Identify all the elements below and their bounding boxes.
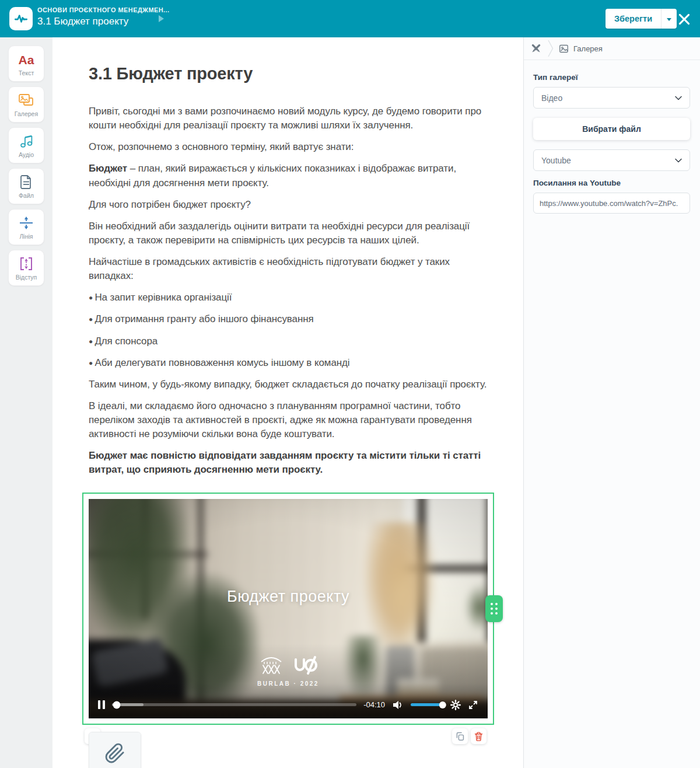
settings-gear-icon[interactable] [450,700,461,710]
burlab-emblem-icon [258,654,285,676]
element-toolbar: Aa Текст Галерея Аудіо [0,37,52,768]
lesson-title: 3.1 Бюджет проекту [37,16,169,27]
video-player: Бюджет проекту [89,499,488,718]
tool-file[interactable]: Файл [8,168,44,204]
save-button-group: Зберегти [606,9,677,29]
video-brand: BURLAB · 2022 [89,654,488,687]
paragraph[interactable]: Бюджет – план, який виражається у кількі… [89,162,488,190]
ua-mark-icon [293,655,318,675]
close-button[interactable] [677,12,692,27]
page-title[interactable]: 3.1 Бюджет проекту [89,64,488,83]
video-source-select[interactable]: Youtube [533,149,690,171]
video-overlay-title: Бюджет проекту [89,588,488,606]
volume-icon[interactable] [392,699,404,711]
chevron-down-icon [675,96,682,100]
block-actions-row: 3.1_Byudzh... 75.61 KB [82,725,494,768]
attachment-card[interactable]: 3.1_Byudzh... 75.61 KB [89,732,141,768]
chevron-down-icon [675,158,682,163]
settings-panel: Галерея Тип галереї Відео Вибрати файл Y… [523,37,700,768]
paragraph[interactable]: Він необхідний аби заздалегідь оцінити в… [89,219,488,247]
fullscreen-icon[interactable] [468,700,478,710]
tools-icon[interactable] [530,42,542,55]
music-note-icon [19,134,34,149]
chevron-down-icon [667,18,671,21]
volume-slider[interactable] [411,703,443,706]
drag-handle[interactable] [485,595,503,622]
video-block-selected[interactable]: Бюджет проекту [82,493,494,725]
progress-knob[interactable] [113,701,120,708]
volume-knob[interactable] [439,701,446,708]
text-icon: Aa [19,54,34,66]
breadcrumb-separator [547,37,554,60]
copy-icon [455,731,465,741]
progress-bar[interactable] [112,703,356,706]
trash-icon [474,731,484,741]
gallery-type-label: Тип галереї [533,73,690,82]
panel-tab-gallery[interactable]: Галерея [573,44,603,53]
drag-dots-icon [491,603,498,615]
youtube-link-label: Посилання на Youtube [533,179,690,187]
course-title: ОСНОВИ ПРОЄКТНОГО МЕНЕДЖМЕН... [37,6,169,13]
paragraph[interactable]: Привіт, сьогодні ми з вами розпочинаємо … [89,104,488,132]
video-brand-line: BURLAB · 2022 [89,680,488,687]
pause-button[interactable] [98,700,105,709]
app-header: ОСНОВИ ПРОЄКТНОГО МЕНЕДЖМЕН... 3.1 Бюдже… [0,0,700,37]
tool-text[interactable]: Aa Текст [8,46,44,82]
pulse-icon [13,11,29,26]
tool-gallery[interactable]: Галерея [8,86,44,123]
paragraph[interactable]: Таким чином, у будь-якому випадку, бюдже… [89,378,488,392]
paragraph[interactable]: Для чого потрібен бюджет проєкту? [89,198,488,212]
paragraph[interactable]: Бюджет має повністю відповідати завдання… [89,449,488,477]
panel-header: Галерея [524,37,700,60]
paragraph[interactable]: Аби делегувати повноваження комусь іншом… [89,356,488,370]
time-remaining: -04:10 [363,700,385,709]
paragraph[interactable]: В ідеалі, ми складаємо його одночасно з … [89,399,488,441]
gallery-icon [18,93,34,108]
choose-file-button[interactable]: Вибрати файл [533,118,690,140]
doc-blocks: Привіт, сьогодні ми з вами розпочинаємо … [89,104,488,477]
lesson-canvas: 3.1 Бюджет проекту Привіт, сьогодні ми з… [52,37,523,768]
tool-line[interactable]: Лінія [8,209,44,245]
document-icon [19,174,33,190]
tool-indent[interactable]: Відступ [8,250,44,286]
divider-line-icon [19,215,34,231]
delete-block-button[interactable] [471,728,487,744]
paragraph[interactable]: На запит керівника організації [89,291,488,305]
youtube-link-input[interactable] [533,193,690,214]
spacing-icon [19,256,34,271]
paragraph[interactable]: Найчастіше в громадських активістів є не… [89,255,488,283]
duplicate-block-button[interactable] [452,728,468,744]
tool-audio[interactable]: Аудіо [8,127,44,163]
video-controls: -04:10 [89,692,488,718]
expand-arrow-icon[interactable] [159,15,164,22]
image-icon [559,44,569,54]
close-icon [677,12,692,27]
paragraph[interactable]: Для отримання гранту або іншого фінансув… [89,312,488,326]
paragraph[interactable]: Для спонсора [89,334,488,348]
breadcrumb: ОСНОВИ ПРОЄКТНОГО МЕНЕДЖМЕН... 3.1 Бюдже… [37,6,169,27]
paragraph[interactable]: Отож, розпочнемо з основного терміну, як… [89,140,488,154]
save-button[interactable]: Зберегти [606,9,661,29]
save-dropdown-button[interactable] [661,9,677,29]
gallery-type-select[interactable]: Відео [533,87,690,109]
app-logo[interactable] [9,7,33,30]
paperclip-icon [104,743,125,764]
